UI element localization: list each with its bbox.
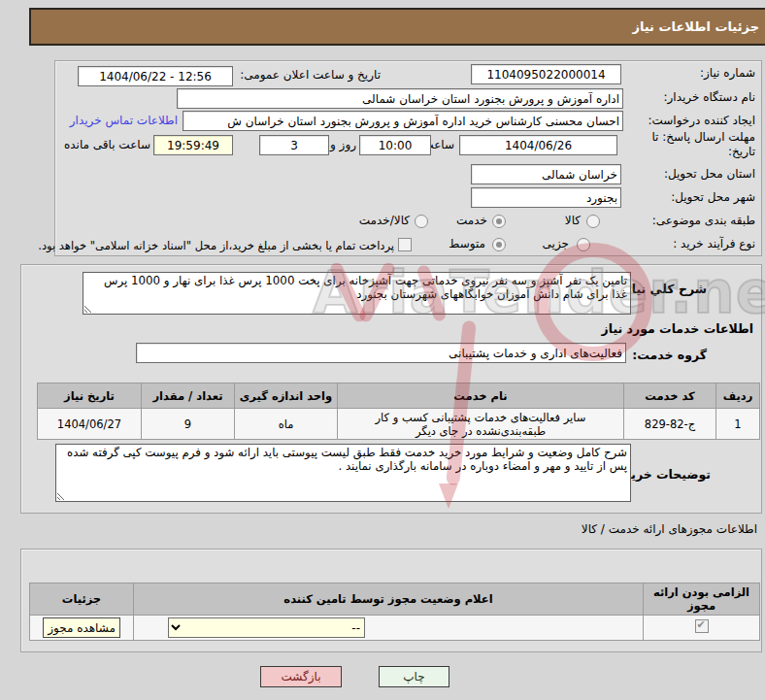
cell-service-code: 829-82-ج — [624, 409, 716, 440]
service-group-input[interactable] — [136, 343, 626, 363]
license-status-select[interactable]: -- — [168, 617, 365, 638]
treasury-checkbox[interactable] — [398, 238, 412, 251]
radio-goods-service-label: کالا/خدمت — [359, 214, 410, 228]
col-license-mandatory: الزامی بودن ارائه مجوز — [644, 583, 760, 616]
service-group-label: گروه خدمت: — [632, 348, 707, 362]
radio-medium[interactable] — [492, 238, 506, 251]
deadline-date-input[interactable] — [459, 135, 617, 155]
radio-goods[interactable] — [586, 215, 600, 228]
delivery-province-input[interactable] — [471, 164, 621, 184]
classification-label: طبقه بندی موضوعی: — [652, 214, 755, 228]
request-creator-input[interactable] — [183, 111, 623, 131]
deadline-label-line1: مهلت ارسال پاسخ: تا — [651, 130, 755, 145]
col-service-code: کد خدمت — [624, 383, 716, 409]
col-service-name: نام خدمت — [338, 383, 624, 409]
view-license-button[interactable]: مشاهده مجوز — [43, 617, 120, 638]
cell-need-date: 1404/06/27 — [38, 409, 142, 440]
col-unit: واحد اندازه گیری — [235, 383, 338, 409]
need-number-input[interactable] — [471, 64, 621, 84]
services-table-header-row: ردیف کد خدمت نام خدمت واحد اندازه گیری ت… — [38, 383, 760, 409]
need-description-label: شرح کلي نیاز: — [620, 282, 707, 296]
back-button[interactable]: بازگشت — [260, 666, 342, 687]
radio-goods-service[interactable] — [415, 215, 428, 228]
process-type-label: نوع فرآیند خرید : — [673, 237, 755, 251]
services-table: ردیف کد خدمت نام خدمت واحد اندازه گیری ت… — [37, 383, 760, 440]
table-row: 1 829-82-ج سایر فعالیت‌های خدمات پشتیبان… — [38, 409, 760, 440]
cell-unit: ماه — [235, 409, 338, 440]
print-button[interactable]: چاپ — [379, 666, 449, 687]
cell-license-status: -- — [134, 616, 644, 641]
radio-minor-label: جزیی — [543, 237, 569, 251]
cell-license-mandatory — [644, 616, 760, 641]
buyer-contact-link[interactable]: اطلاعات تماس خریدار — [70, 114, 178, 127]
cell-license-details: مشاهده مجوز — [30, 616, 134, 641]
license-table-row: -- مشاهده مجوز — [30, 616, 760, 641]
days-and-label: روز و — [330, 138, 356, 152]
need-description-textarea[interactable]: تامین یک نفر آشپز و سه نفر نیروی خدماتی … — [83, 272, 631, 315]
radio-minor[interactable] — [577, 238, 590, 251]
announce-datetime-label: تاریخ و ساعت اعلان عمومی: — [240, 68, 381, 83]
services-section-title: اطلاعات خدمات مورد نیاز — [602, 321, 754, 336]
col-need-date: تاریخ نیاز — [38, 383, 142, 409]
radio-service[interactable] — [492, 215, 506, 228]
page-title-bar: جزئیات اطلاعات نیاز — [29, 8, 765, 46]
license-table-header-row: الزامی بودن ارائه مجوز اعلام وضعیت مجوز … — [30, 583, 760, 616]
license-section-title: اطلاعات مجوزهای ارائه خدمت / کالا — [582, 522, 757, 537]
radio-goods-label: کالا — [565, 214, 581, 228]
request-creator-label: ایجاد کننده درخواست: — [648, 114, 755, 128]
radio-medium-label: متوسط — [449, 237, 485, 251]
col-license-details: جزئیات — [30, 583, 134, 616]
announce-datetime-input[interactable] — [78, 66, 233, 86]
buyer-org-label: نام دستگاه خریدار: — [664, 90, 756, 105]
delivery-province-label: استان محل تحویل: — [664, 167, 755, 182]
col-license-status: اعلام وضعیت مجوز توسط تامین کننده — [134, 583, 644, 616]
deadline-time-input[interactable] — [359, 135, 431, 155]
radio-service-label: خدمت — [456, 214, 487, 228]
need-details-page: جزئیات اطلاعات نیاز شماره نیاز: تاریخ و … — [0, 0, 765, 700]
time-remaining-label: ساعت باقی مانده — [64, 138, 150, 152]
license-table: الزامی بودن ارائه مجوز اعلام وضعیت مجوز … — [29, 583, 760, 641]
treasury-note: پرداخت تمام یا بخشی از مبلغ خرید،از محل … — [38, 239, 394, 253]
col-quantity: تعداد / مقدار — [142, 383, 235, 409]
delivery-city-label: شهر محل تحویل: — [671, 190, 755, 205]
buyer-notes-textarea[interactable]: شرح کامل وضعیت و شرایط مورد خرید خدمت فق… — [55, 444, 631, 502]
delivery-city-input[interactable] — [471, 187, 621, 208]
cell-row-no: 1 — [716, 409, 760, 440]
deadline-label-line2: تاریخ: — [728, 145, 755, 159]
col-row-no: ردیف — [716, 383, 760, 409]
cell-service-name: سایر فعالیت‌های خدمات پشتیبانی کسب و کار… — [338, 409, 624, 440]
mandatory-license-checkbox[interactable] — [695, 619, 709, 633]
days-remaining-input[interactable] — [259, 135, 329, 155]
need-number-label: شماره نیاز: — [700, 66, 755, 81]
countdown-input[interactable] — [153, 135, 233, 155]
cell-quantity: 9 — [142, 409, 235, 440]
page-title: جزئیات اطلاعات نیاز — [632, 19, 759, 34]
buyer-org-input[interactable] — [177, 88, 623, 109]
